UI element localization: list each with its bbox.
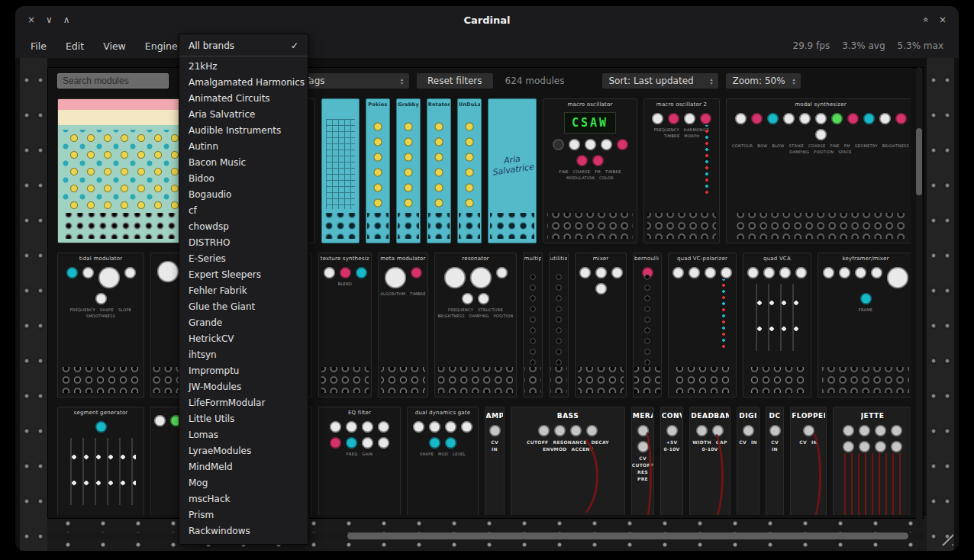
knob[interactable]: [891, 441, 902, 452]
knob[interactable]: [592, 155, 604, 166]
module-ports[interactable]: [524, 367, 541, 393]
knob[interactable]: [712, 425, 724, 436]
module-multiples[interactable]: multiples: [523, 253, 543, 397]
knob[interactable]: [340, 267, 351, 278]
chevron-down-icon[interactable]: ∨: [46, 14, 53, 26]
module-ports[interactable]: [381, 367, 426, 393]
module-deadband[interactable]: DEADBANDWIDTHGAP0-10V: [689, 407, 730, 515]
module-ports[interactable]: [550, 367, 567, 393]
knob[interactable]: [330, 437, 341, 449]
knob[interactable]: [879, 113, 891, 124]
knob[interactable]: [579, 267, 591, 278]
module-panel[interactable]: Aria Salvatrice: [488, 98, 537, 243]
module-amp[interactable]: AMPCVIN: [485, 407, 505, 515]
knob[interactable]: [637, 425, 649, 436]
reset-filters-button[interactable]: Reset filters: [417, 73, 493, 89]
knob[interactable]: [82, 267, 94, 278]
module-tidal-modulator[interactable]: tidal modulatorFREQUENCYSHAPESLOPESMOOTH…: [57, 253, 144, 397]
knob[interactable]: [554, 425, 566, 436]
brand-menu-item[interactable]: Lomas: [179, 427, 308, 443]
brand-menu-item-all[interactable]: All brands ✓: [179, 37, 308, 53]
knob[interactable]: [684, 113, 695, 124]
knob[interactable]: [586, 425, 598, 436]
module-ports[interactable]: [822, 367, 909, 393]
sort-dropdown[interactable]: Sort: Last updated ▴▾: [602, 73, 718, 89]
module-macro-oscillator-2[interactable]: macro oscillator 2FREQUENCYHARMONICSTIMB…: [643, 98, 720, 243]
horizontal-scrollbar-thumb[interactable]: [347, 533, 908, 539]
knob[interactable]: [803, 425, 814, 436]
knob[interactable]: [847, 113, 859, 124]
knob[interactable]: [154, 415, 166, 426]
knob[interactable]: [445, 437, 456, 449]
knob[interactable]: [637, 441, 649, 452]
brand-menu-item[interactable]: Bacon Music: [179, 155, 308, 171]
knob[interactable]: [570, 425, 582, 436]
knob[interactable]: [815, 113, 827, 124]
brand-menu-item[interactable]: Bidoo: [179, 171, 308, 187]
module-ports[interactable]: [647, 213, 716, 239]
knob[interactable]: [652, 113, 663, 124]
brand-menu-item[interactable]: Impromptu: [179, 363, 308, 379]
module-ports[interactable]: [578, 367, 624, 393]
close-icon[interactable]: ×: [27, 14, 35, 26]
module-ports[interactable]: [734, 213, 907, 239]
brand-menu-item[interactable]: MindMeld: [179, 459, 308, 475]
knob[interactable]: [843, 425, 854, 436]
knob[interactable]: [696, 425, 708, 436]
knob[interactable]: [831, 113, 843, 124]
brand-menu-item[interactable]: Prism: [179, 507, 308, 523]
menu-item-edit[interactable]: Edit: [64, 39, 85, 53]
knob[interactable]: [763, 267, 775, 278]
module-quad-vca[interactable]: quad VCA: [743, 253, 811, 397]
brand-menu-item[interactable]: Rackwindows: [179, 523, 308, 539]
knob[interactable]: [429, 437, 440, 449]
brand-menu-item[interactable]: Grande: [179, 315, 308, 331]
module-flopper[interactable]: FLOPPERCVIN: [790, 407, 827, 515]
knob[interactable]: [95, 293, 107, 304]
brand-menu-item[interactable]: Aria Salvatrice: [179, 107, 308, 123]
knob[interactable]: [378, 437, 389, 449]
knob[interactable]: [124, 267, 136, 278]
brand-menu-item[interactable]: LyraeModules: [179, 443, 308, 459]
knob[interactable]: [815, 129, 827, 140]
knob[interactable]: [413, 421, 424, 433]
module-segment-generator[interactable]: segment generator: [57, 407, 144, 515]
knob[interactable]: [346, 421, 357, 433]
knob[interactable]: [585, 139, 596, 150]
vertical-scrollbar[interactable]: [916, 67, 922, 528]
knob[interactable]: [324, 267, 335, 278]
knob[interactable]: [859, 425, 870, 436]
brand-menu-item[interactable]: Expert Sleepers: [179, 267, 308, 283]
knob[interactable]: [538, 425, 550, 436]
module-rotatoes[interactable]: Rotatoes: [427, 98, 451, 243]
module-bernoulli-gate[interactable]: bernoulli gate: [633, 253, 662, 397]
chevron-up-icon[interactable]: ∧: [63, 14, 70, 26]
knob[interactable]: [743, 425, 754, 436]
knob[interactable]: [576, 155, 588, 166]
knob[interactable]: [863, 113, 875, 124]
tags-dropdown[interactable]: Tags ▴▾: [298, 73, 409, 89]
knob[interactable]: [887, 267, 908, 288]
knob[interactable]: [860, 293, 872, 304]
knob[interactable]: [735, 113, 747, 124]
brand-menu-item[interactable]: Little Utils: [179, 411, 308, 427]
module-dual-dynamics-gate[interactable]: dual dynamics gateSHAPEMODLEVEL: [407, 407, 479, 515]
brand-menu-item[interactable]: LifeFormModular: [179, 395, 308, 411]
module-ports[interactable]: [324, 213, 357, 239]
menu-item-file[interactable]: File: [29, 39, 48, 53]
knob[interactable]: [795, 267, 807, 278]
knob[interactable]: [569, 139, 580, 150]
brand-menu-item[interactable]: Mog: [179, 475, 308, 491]
module-panel[interactable]: [57, 98, 195, 243]
module-mera[interactable]: MERACVCUTOFFRESPRE: [631, 407, 654, 515]
knob[interactable]: [895, 113, 907, 124]
knob[interactable]: [875, 425, 886, 436]
knob[interactable]: [496, 267, 508, 278]
knob[interactable]: [705, 267, 716, 278]
knob[interactable]: [478, 293, 489, 304]
module-meta-modulator[interactable]: meta modulatorALGORITHMTIMBRE: [378, 253, 428, 397]
brand-menu-item[interactable]: Fehler Fabrik: [179, 283, 308, 299]
module-texture-synthesizer[interactable]: texture synthesizerBLEND: [318, 253, 372, 397]
module-mixer[interactable]: mixer: [575, 253, 627, 397]
brand-menu-item[interactable]: Audible Instruments: [179, 123, 308, 139]
